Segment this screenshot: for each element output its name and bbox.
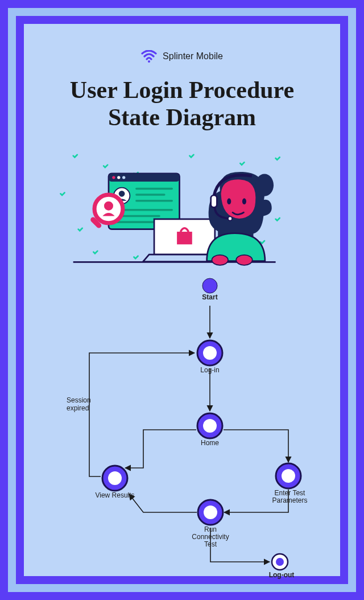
title-line1: User Login Procedure bbox=[24, 76, 340, 104]
edge-label-session-expired: Sessionexpired bbox=[67, 396, 91, 412]
state-home-label: Home bbox=[193, 439, 227, 447]
svg-point-0 bbox=[148, 60, 150, 63]
edge-home-params bbox=[224, 430, 288, 462]
edge-home-view bbox=[125, 430, 196, 468]
state-home bbox=[197, 413, 222, 438]
svg-point-6 bbox=[122, 176, 125, 179]
svg-point-33 bbox=[282, 469, 295, 483]
svg-point-22 bbox=[228, 216, 232, 220]
state-view-results-label: View Results bbox=[89, 492, 140, 499]
svg-point-29 bbox=[203, 419, 217, 433]
svg-rect-21 bbox=[211, 195, 217, 207]
hero-illustration bbox=[58, 146, 306, 272]
state-logout-label: Log-out bbox=[262, 572, 301, 579]
svg-point-23 bbox=[212, 255, 228, 265]
svg-point-18 bbox=[255, 174, 274, 196]
wifi-icon bbox=[141, 50, 157, 63]
svg-point-19 bbox=[227, 198, 231, 204]
svg-point-24 bbox=[236, 255, 252, 265]
svg-point-37 bbox=[276, 558, 284, 566]
state-run-connectivity-test bbox=[198, 500, 223, 525]
svg-point-20 bbox=[242, 198, 246, 204]
state-login bbox=[197, 340, 222, 365]
title-line2: State Diagram bbox=[24, 104, 340, 131]
brand-row: Splinter Mobile bbox=[24, 50, 340, 63]
edge-view-login bbox=[89, 353, 195, 476]
svg-point-16 bbox=[104, 202, 113, 211]
brand-name: Splinter Mobile bbox=[163, 51, 223, 61]
state-enter-test-parameters-label: Enter TestParameters bbox=[263, 490, 317, 504]
svg-point-35 bbox=[204, 506, 217, 519]
state-diagram: Sessionexpired Start Log-in Home bbox=[24, 274, 364, 600]
state-login-label: Log-in bbox=[190, 367, 230, 374]
state-start bbox=[202, 278, 217, 293]
svg-point-31 bbox=[108, 471, 122, 485]
svg-point-8 bbox=[119, 191, 125, 197]
svg-point-25 bbox=[202, 278, 217, 293]
svg-point-4 bbox=[112, 176, 115, 179]
state-logout bbox=[272, 554, 288, 570]
svg-point-27 bbox=[203, 346, 217, 360]
svg-point-5 bbox=[117, 176, 120, 179]
page-title: User Login Procedure State Diagram bbox=[24, 76, 340, 131]
state-view-results bbox=[102, 466, 127, 491]
state-run-connectivity-test-label: RunConnectivityTest bbox=[185, 526, 236, 549]
state-enter-test-parameters bbox=[276, 463, 301, 488]
state-start-label: Start bbox=[193, 294, 227, 301]
